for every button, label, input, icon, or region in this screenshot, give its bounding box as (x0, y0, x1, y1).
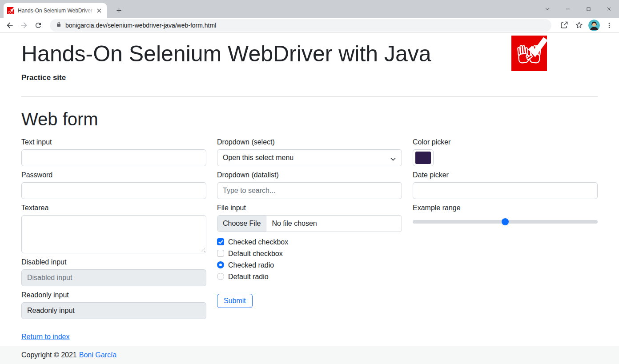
file-input[interactable]: Choose File No file chosen (217, 215, 402, 232)
date-picker-input[interactable] (413, 182, 598, 199)
password-input[interactable] (21, 182, 206, 199)
checked-radio-row: Checked radio (217, 261, 402, 269)
author-link[interactable]: Boni García (79, 351, 117, 359)
checkbox-label[interactable]: Default checkbox (228, 250, 283, 257)
color-picker-field: Color picker (413, 137, 598, 166)
date-picker-field: Date picker (413, 170, 598, 199)
url-text[interactable]: bonigarcia.dev/selenium-webdriver-java/w… (65, 22, 216, 29)
date-picker-label: Date picker (413, 170, 598, 180)
dropdown-datalist-field: Dropdown (datalist) (217, 170, 402, 199)
dropdown-datalist-label: Dropdown (datalist) (217, 170, 402, 180)
page-content: Hands-On Selenium WebDriver with Java Pr… (0, 33, 619, 346)
return-to-index-link[interactable]: Return to index (21, 333, 70, 341)
color-picker-input[interactable] (413, 149, 434, 166)
share-button[interactable] (558, 19, 570, 32)
checkbox-checked-icon[interactable] (217, 238, 224, 245)
new-tab-button[interactable] (113, 4, 125, 16)
checkbox-label[interactable]: Checked checkbox (228, 238, 288, 246)
file-status-text: No file chosen (266, 216, 322, 232)
site-favicon-icon (7, 7, 14, 14)
checked-checkbox-row: Checked checkbox (217, 238, 402, 246)
readonly-input-field: Readonly input (21, 290, 206, 319)
back-button[interactable] (4, 19, 16, 32)
tab-close-icon[interactable] (95, 7, 103, 15)
bookmark-star-icon[interactable] (573, 19, 585, 32)
address-bar[interactable]: bonigarcia.dev/selenium-webdriver-java/w… (50, 19, 551, 32)
page-title: Web form (21, 109, 598, 129)
window-controls (537, 0, 619, 18)
range-thumb[interactable] (502, 218, 509, 225)
checkbox-unchecked-icon[interactable] (217, 250, 224, 257)
minimize-button[interactable] (558, 0, 578, 18)
profile-avatar[interactable] (588, 19, 600, 32)
radio-unchecked-icon[interactable] (217, 273, 224, 280)
disabled-input-field: Disabled input (21, 257, 206, 286)
radio-checked-icon[interactable] (217, 261, 224, 268)
tab-title: Hands-On Selenium WebDriver w (18, 7, 95, 14)
web-form: Text input Password Textarea Disabled in… (21, 137, 598, 341)
site-logo (511, 36, 547, 71)
lock-icon[interactable] (56, 21, 61, 29)
dropdown-select-label: Dropdown (select) (217, 137, 402, 147)
default-checkbox-row: Default checkbox (217, 250, 402, 257)
color-swatch (415, 152, 431, 164)
dropdown-select[interactable]: Open this select menu (217, 149, 402, 166)
dropdown-select-field: Dropdown (select) Open this select menu (217, 137, 402, 166)
form-column-left: Text input Password Textarea Disabled in… (21, 137, 206, 341)
range-label: Example range (413, 203, 598, 213)
refresh-button[interactable] (32, 19, 44, 32)
chevron-down-icon (390, 155, 396, 165)
file-input-field: File input Choose File No file chosen (217, 203, 402, 232)
radio-label[interactable]: Checked radio (228, 261, 274, 269)
range-field: Example range (413, 203, 598, 225)
submit-button[interactable]: Submit (217, 294, 253, 308)
radio-label[interactable]: Default radio (228, 273, 269, 280)
disabled-input (21, 269, 206, 286)
choose-file-button[interactable]: Choose File (217, 216, 266, 232)
form-column-middle: Dropdown (select) Open this select menu … (217, 137, 402, 341)
text-input-label: Text input (21, 137, 206, 147)
datalist-input[interactable] (217, 182, 402, 199)
maximize-button[interactable] (578, 0, 599, 18)
textarea-label: Textarea (21, 203, 206, 213)
page-footer: Copyright © 2021 Boni García (0, 346, 619, 364)
default-radio-row: Default radio (217, 273, 402, 280)
browser-titlebar: Hands-On Selenium WebDriver w (0, 0, 619, 18)
range-slider[interactable] (413, 218, 598, 225)
readonly-input-label: Readonly input (21, 290, 206, 300)
color-picker-label: Color picker (413, 137, 598, 147)
dropdown-select-value: Open this select menu (223, 154, 293, 161)
site-subtitle: Practice site (21, 73, 598, 82)
password-field: Password (21, 170, 206, 199)
readonly-input[interactable] (21, 302, 206, 319)
browser-tab[interactable]: Hands-On Selenium WebDriver w (4, 3, 107, 18)
copyright-text: Copyright © 2021 (21, 351, 77, 359)
password-label: Password (21, 170, 206, 180)
tab-search-button[interactable] (537, 0, 558, 18)
text-input[interactable] (21, 149, 206, 166)
text-input-field: Text input (21, 137, 206, 166)
file-input-label: File input (217, 203, 402, 213)
site-header: Hands-On Selenium WebDriver with Java Pr… (21, 33, 598, 82)
browser-toolbar: bonigarcia.dev/selenium-webdriver-java/w… (0, 18, 619, 33)
textarea-field: Textarea (21, 203, 206, 253)
header-divider (21, 96, 598, 97)
tab-title-fade (84, 7, 95, 14)
form-column-right: Color picker Date picker Example range (413, 137, 598, 341)
menu-dots-icon[interactable] (603, 19, 615, 32)
close-window-button[interactable] (599, 0, 619, 18)
checkbox-radio-group: Checked checkbox Default checkbox Checke… (217, 238, 402, 280)
disabled-input-label: Disabled input (21, 257, 206, 267)
textarea-input[interactable] (21, 215, 206, 253)
forward-button[interactable] (18, 19, 30, 32)
